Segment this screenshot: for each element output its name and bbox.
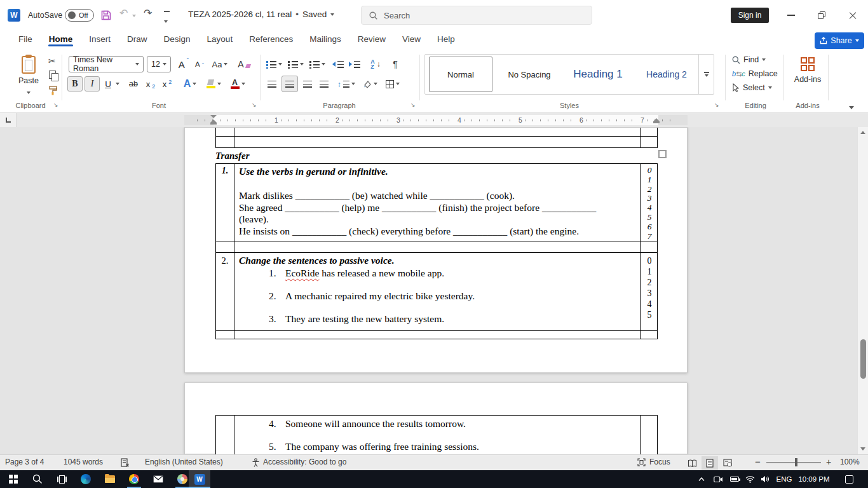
web-layout-button[interactable] bbox=[719, 456, 736, 470]
align-left-button[interactable] bbox=[264, 76, 280, 92]
superscript-button[interactable]: x2 bbox=[160, 76, 174, 92]
scrollbar-thumb[interactable] bbox=[860, 339, 866, 379]
sort-button[interactable]: AZ ↓ bbox=[367, 57, 384, 72]
minimize-button[interactable] bbox=[786, 10, 796, 20]
change-case-button[interactable]: Aa bbox=[210, 57, 229, 72]
format-painter-icon[interactable] bbox=[48, 86, 58, 98]
scroll-up-icon[interactable] bbox=[860, 131, 865, 134]
table-partial[interactable] bbox=[215, 128, 658, 148]
task-view-button[interactable] bbox=[50, 470, 74, 488]
print-layout-button[interactable] bbox=[702, 456, 718, 470]
tab-design[interactable]: Design bbox=[156, 30, 199, 46]
tab-view[interactable]: View bbox=[394, 30, 429, 46]
underline-dropdown-icon[interactable] bbox=[116, 83, 119, 85]
scroll-down-icon[interactable] bbox=[860, 447, 865, 451]
increase-indent-button[interactable] bbox=[348, 57, 361, 72]
page-4[interactable]: 4.Someone will announce the results tomo… bbox=[184, 383, 688, 454]
style-heading-1[interactable]: Heading 1 bbox=[566, 57, 630, 92]
tray-expand-button[interactable] bbox=[694, 470, 709, 488]
borders-button[interactable] bbox=[383, 76, 403, 92]
language-indicator[interactable]: English (United States) bbox=[145, 458, 223, 466]
paste-button[interactable]: Paste bbox=[11, 55, 46, 99]
start-button[interactable] bbox=[1, 470, 25, 488]
line-spacing-button[interactable]: ↕ bbox=[336, 76, 357, 92]
styles-gallery-more[interactable] bbox=[698, 55, 714, 94]
style-heading-2[interactable]: Heading 2 bbox=[635, 57, 698, 92]
exercise-2-table-continued[interactable]: 4.Someone will announce the results tomo… bbox=[215, 415, 658, 454]
strikethrough-button[interactable]: ab bbox=[126, 76, 141, 92]
font-color-button[interactable]: A bbox=[227, 76, 248, 92]
share-button[interactable]: Share bbox=[815, 32, 864, 49]
tab-mailings[interactable]: Mailings bbox=[301, 30, 349, 46]
accessibility-status[interactable]: Accessibility: Good to go bbox=[263, 458, 346, 466]
redo-icon[interactable]: ↷ bbox=[144, 8, 152, 18]
tab-draw[interactable]: Draw bbox=[119, 30, 156, 46]
justify-button[interactable] bbox=[316, 76, 332, 92]
volume-icon[interactable] bbox=[757, 470, 773, 488]
styles-dialog-launcher[interactable]: ↘ bbox=[714, 102, 719, 108]
file-explorer-button[interactable] bbox=[98, 470, 122, 488]
exercise-1-table[interactable]: 1. Use the verbs in gerund or infinitive… bbox=[215, 163, 658, 253]
decrease-indent-button[interactable] bbox=[332, 57, 344, 72]
text-effects-button[interactable]: A bbox=[180, 76, 200, 92]
align-center-button[interactable] bbox=[281, 76, 298, 92]
clipboard-dialog-launcher[interactable]: ↘ bbox=[53, 102, 58, 108]
close-button[interactable] bbox=[847, 10, 857, 20]
zoom-slider-thumb[interactable] bbox=[795, 458, 797, 466]
cut-icon[interactable]: ✂ bbox=[48, 56, 56, 66]
word-taskbar-button[interactable]: W bbox=[189, 470, 210, 488]
indent-marker-left[interactable] bbox=[210, 115, 217, 125]
pilcrow-button[interactable]: ¶ bbox=[389, 57, 402, 72]
vertical-scrollbar[interactable] bbox=[857, 127, 868, 454]
read-mode-button[interactable] bbox=[684, 456, 700, 470]
select-button[interactable]: Select bbox=[732, 83, 772, 92]
tab-file[interactable]: File bbox=[10, 30, 41, 46]
battery-icon[interactable] bbox=[727, 470, 742, 488]
word-count[interactable]: 1045 words bbox=[64, 458, 103, 466]
tab-review[interactable]: Review bbox=[349, 30, 394, 46]
page-indicator[interactable]: Page 3 of 4 bbox=[5, 458, 44, 466]
tab-references[interactable]: References bbox=[241, 30, 301, 46]
subscript-button[interactable]: x2 bbox=[144, 76, 158, 92]
mail-button[interactable] bbox=[146, 470, 170, 488]
tab-selector[interactable] bbox=[0, 113, 17, 127]
shading-button[interactable] bbox=[360, 76, 380, 92]
align-right-button[interactable] bbox=[300, 76, 315, 92]
meet-now-icon[interactable] bbox=[710, 470, 726, 488]
bold-button[interactable]: B bbox=[67, 76, 83, 92]
find-button[interactable]: Find bbox=[732, 55, 766, 64]
action-center-button[interactable] bbox=[840, 470, 858, 488]
tab-layout[interactable]: Layout bbox=[199, 30, 241, 46]
add-ins-button[interactable]: Add-ins bbox=[790, 56, 825, 84]
zoom-in-button[interactable]: + bbox=[826, 457, 831, 467]
grow-font-button[interactable]: Aˆ bbox=[176, 57, 191, 72]
chrome-button[interactable] bbox=[122, 470, 146, 488]
zoom-out-button[interactable]: − bbox=[755, 456, 761, 467]
replace-button[interactable]: b⇆c Replace bbox=[732, 69, 778, 78]
language-tray[interactable]: ENG bbox=[774, 470, 794, 488]
undo-dropdown-icon[interactable] bbox=[132, 15, 136, 17]
style-no-spacing[interactable]: No Spacing bbox=[498, 57, 561, 92]
italic-button[interactable]: I bbox=[85, 76, 100, 92]
document-canvas[interactable]: Transfer 1. Use the verbs in gerund or i… bbox=[0, 127, 868, 454]
zoom-slider-track[interactable] bbox=[766, 462, 821, 463]
font-size-combo[interactable]: 12 bbox=[147, 56, 171, 72]
tab-insert[interactable]: Insert bbox=[81, 30, 119, 46]
page-3[interactable]: Transfer 1. Use the verbs in gerund or i… bbox=[184, 127, 688, 373]
highlight-button[interactable] bbox=[203, 76, 224, 92]
sign-in-button[interactable]: Sign in bbox=[731, 8, 769, 23]
tab-home[interactable]: Home bbox=[41, 30, 81, 46]
style-normal[interactable]: Normal bbox=[429, 57, 492, 92]
document-title[interactable]: TEZA 2025-2026 cl, 11 real • Saved bbox=[188, 10, 334, 19]
shrink-font-button[interactable]: Aˇ bbox=[193, 57, 207, 72]
collapse-ribbon-icon[interactable] bbox=[849, 100, 854, 112]
autosave-toggle[interactable]: Off bbox=[65, 9, 94, 22]
underline-button[interactable]: U bbox=[102, 76, 114, 92]
taskbar-search-button[interactable] bbox=[25, 470, 50, 488]
transfer-heading[interactable]: Transfer bbox=[215, 151, 250, 161]
proofing-icon[interactable] bbox=[121, 458, 130, 469]
zoom-level[interactable]: 100% bbox=[840, 458, 860, 466]
horizontal-ruler[interactable]: 1 2 3 4 5 6 7 bbox=[184, 115, 688, 125]
tab-help[interactable]: Help bbox=[429, 30, 463, 46]
customize-qat-icon[interactable] bbox=[164, 11, 170, 25]
